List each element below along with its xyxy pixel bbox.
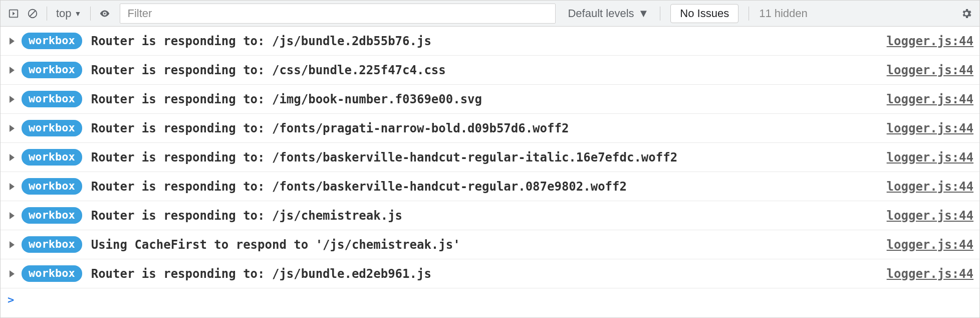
log-message: Using CacheFirst to respond to '/js/chem… xyxy=(91,238,887,252)
source-link[interactable]: logger.js:44 xyxy=(887,238,973,252)
svg-line-2 xyxy=(30,11,36,16)
disclosure-triangle-icon[interactable] xyxy=(10,67,15,74)
console-row[interactable]: workboxRouter is responding to: /js/bund… xyxy=(1,27,979,56)
source-link[interactable]: logger.js:44 xyxy=(887,180,973,194)
chevron-down-icon: ▼ xyxy=(638,7,649,20)
source-link[interactable]: logger.js:44 xyxy=(887,92,973,106)
disclosure-triangle-icon[interactable] xyxy=(10,38,15,45)
console-row[interactable]: workboxRouter is responding to: /css/bun… xyxy=(1,56,979,85)
source-link[interactable]: logger.js:44 xyxy=(887,34,973,48)
workbox-badge: workbox xyxy=(22,149,82,166)
workbox-badge: workbox xyxy=(22,33,82,49)
disclosure-triangle-icon[interactable] xyxy=(10,96,15,103)
workbox-badge: workbox xyxy=(22,120,82,136)
source-link[interactable]: logger.js:44 xyxy=(887,209,973,223)
disclosure-triangle-icon[interactable] xyxy=(10,270,15,277)
toggle-sidebar-icon[interactable] xyxy=(6,6,22,22)
log-message: Router is responding to: /js/chemistreak… xyxy=(91,209,887,223)
console-row[interactable]: workboxUsing CacheFirst to respond to '/… xyxy=(1,230,979,259)
console-row[interactable]: workboxRouter is responding to: /js/chem… xyxy=(1,201,979,230)
divider xyxy=(660,7,660,21)
workbox-badge: workbox xyxy=(22,207,82,224)
disclosure-triangle-icon[interactable] xyxy=(10,125,15,132)
levels-label: Default levels xyxy=(568,7,634,20)
disclosure-triangle-icon[interactable] xyxy=(10,212,15,219)
log-message: Router is responding to: /js/bundle.2db5… xyxy=(91,34,887,48)
console-log-list: workboxRouter is responding to: /js/bund… xyxy=(1,27,979,288)
source-link[interactable]: logger.js:44 xyxy=(887,63,973,77)
log-message: Router is responding to: /css/bundle.225… xyxy=(91,63,887,77)
log-message: Router is responding to: /js/bundle.ed2e… xyxy=(91,267,887,281)
console-row[interactable]: workboxRouter is responding to: /fonts/p… xyxy=(1,114,979,143)
workbox-badge: workbox xyxy=(22,265,82,282)
console-row[interactable]: workboxRouter is responding to: /img/boo… xyxy=(1,85,979,114)
context-label: top xyxy=(56,7,72,20)
console-row[interactable]: workboxRouter is responding to: /js/bund… xyxy=(1,259,979,288)
prompt-caret-icon: > xyxy=(8,293,14,306)
divider xyxy=(90,7,91,21)
log-message: Router is responding to: /fonts/baskervi… xyxy=(91,180,887,194)
workbox-badge: workbox xyxy=(22,236,82,253)
disclosure-triangle-icon[interactable] xyxy=(10,154,15,161)
context-selector[interactable]: top ▼ xyxy=(53,7,84,20)
console-toolbar: top ▼ Default levels ▼ No Issues 11 hidd… xyxy=(1,1,979,27)
divider xyxy=(749,7,749,21)
console-row[interactable]: workboxRouter is responding to: /fonts/b… xyxy=(1,143,979,172)
source-link[interactable]: logger.js:44 xyxy=(887,150,973,165)
disclosure-triangle-icon[interactable] xyxy=(10,183,15,190)
workbox-badge: workbox xyxy=(22,178,82,195)
workbox-badge: workbox xyxy=(22,91,82,107)
source-link[interactable]: logger.js:44 xyxy=(887,121,973,135)
workbox-badge: workbox xyxy=(22,62,82,78)
log-message: Router is responding to: /fonts/baskervi… xyxy=(91,150,887,165)
eye-icon[interactable] xyxy=(97,6,113,22)
source-link[interactable]: logger.js:44 xyxy=(887,267,973,281)
chevron-down-icon: ▼ xyxy=(75,10,82,18)
gear-icon[interactable] xyxy=(958,6,974,22)
disclosure-triangle-icon[interactable] xyxy=(10,241,15,248)
log-message: Router is responding to: /img/book-numbe… xyxy=(91,92,887,106)
filter-input[interactable] xyxy=(120,4,556,24)
hidden-count[interactable]: 11 hidden xyxy=(755,7,812,20)
console-row[interactable]: workboxRouter is responding to: /fonts/b… xyxy=(1,172,979,201)
issues-button[interactable]: No Issues xyxy=(670,4,739,23)
console-prompt[interactable]: > xyxy=(1,288,979,310)
clear-console-icon[interactable] xyxy=(25,6,41,22)
divider xyxy=(47,7,47,21)
log-message: Router is responding to: /fonts/pragati-… xyxy=(91,121,887,135)
log-levels-selector[interactable]: Default levels ▼ xyxy=(563,7,654,20)
